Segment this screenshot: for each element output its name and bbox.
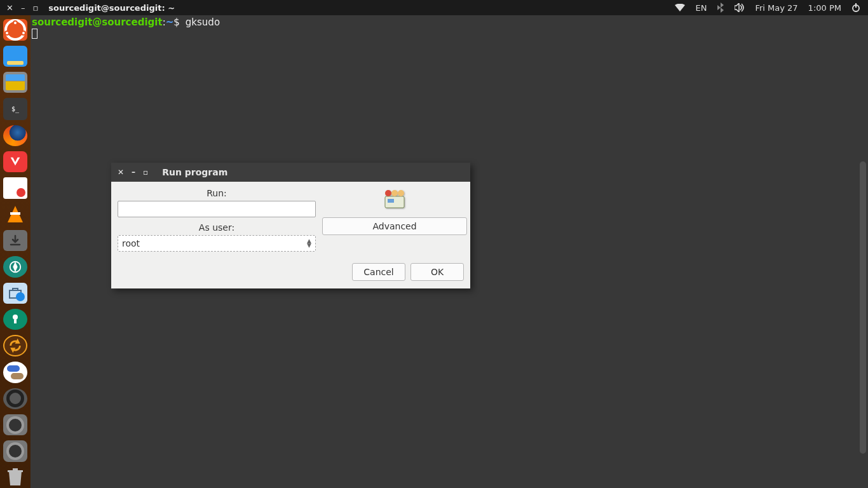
trash-icon[interactable]	[3, 467, 27, 488]
download-icon[interactable]	[3, 230, 27, 251]
disk2-icon[interactable]	[3, 440, 27, 461]
prompt-host: sourcedigit	[102, 17, 162, 28]
software-center-icon[interactable]	[3, 283, 27, 304]
bluetooth-icon[interactable]	[717, 3, 724, 13]
terminal-output: sourcedigit@sourcedigit:~$ gksudo	[31, 15, 868, 43]
system-tray: EN Fri May 27 1:00 PM	[675, 3, 868, 13]
dialog-app-icon	[381, 188, 409, 211]
svg-rect-5	[388, 199, 394, 203]
sync-icon[interactable]	[3, 335, 27, 356]
spinner-icon[interactable]: ▲▼	[307, 239, 311, 248]
as-user-select[interactable]: root ▲▼	[118, 235, 316, 252]
svg-point-7	[391, 190, 398, 196]
svg-point-8	[398, 190, 404, 196]
dialog-title: Run program	[162, 167, 227, 177]
files-icon[interactable]	[3, 46, 27, 67]
scrollbar[interactable]	[860, 161, 866, 454]
minimize-icon[interactable]: –	[21, 3, 25, 13]
launcher: $_	[0, 15, 31, 488]
dialog-titlebar[interactable]: ✕ – ▫ Run program	[111, 163, 470, 182]
svg-rect-1	[855, 3, 857, 8]
close-icon[interactable]: ✕	[6, 3, 13, 13]
window-title: sourcedigit@sourcedigit: ~	[48, 3, 175, 13]
window-controls: ✕ – ▫	[0, 3, 38, 13]
power-icon[interactable]	[851, 3, 860, 12]
disk-icon[interactable]	[3, 414, 27, 435]
vlc-icon[interactable]	[3, 204, 27, 225]
as-user-label: As user:	[199, 222, 234, 233]
notes-icon[interactable]	[3, 177, 27, 198]
system-tool-icon[interactable]	[3, 309, 27, 330]
advanced-button[interactable]: Advanced	[322, 217, 467, 235]
run-label: Run:	[207, 188, 227, 198]
prompt-path: ~	[166, 17, 174, 28]
ok-button[interactable]: OK	[410, 263, 464, 281]
dialog-close-icon[interactable]: ✕	[118, 168, 124, 177]
run-input[interactable]	[118, 201, 316, 217]
settings-icon[interactable]	[3, 388, 27, 409]
vivaldi-icon[interactable]	[3, 151, 27, 172]
terminal-icon[interactable]: $_	[3, 98, 27, 119]
dash-icon[interactable]	[3, 19, 27, 41]
volume-icon[interactable]	[735, 3, 745, 12]
file-manager-icon[interactable]	[3, 72, 27, 93]
tweaks-icon[interactable]	[3, 362, 27, 383]
as-user-value: root	[122, 238, 140, 248]
clock-time[interactable]: 1:00 PM	[808, 3, 841, 13]
top-panel: ✕ – ▫ sourcedigit@sourcedigit: ~ EN Fri …	[0, 0, 868, 15]
cancel-button[interactable]: Cancel	[352, 263, 405, 281]
screenshot-icon[interactable]	[3, 256, 27, 277]
svg-point-6	[385, 190, 391, 196]
svg-point-3	[13, 315, 18, 320]
dialog-maximize-icon[interactable]: ▫	[143, 168, 148, 177]
language-indicator[interactable]: EN	[695, 3, 707, 13]
prompt-at: @	[92, 17, 102, 28]
dialog-minimize-icon[interactable]: –	[132, 168, 135, 177]
run-program-dialog: ✕ – ▫ Run program Run: As user: root ▲▼	[111, 163, 470, 288]
prompt-dollar: $	[173, 17, 180, 28]
prompt-user: sourcedigit	[32, 17, 92, 28]
terminal-command: gksudo	[186, 17, 220, 28]
terminal-cursor	[32, 29, 37, 39]
firefox-icon[interactable]	[3, 125, 27, 146]
network-icon[interactable]	[675, 4, 685, 11]
maximize-icon[interactable]: ▫	[32, 3, 38, 13]
clock-date[interactable]: Fri May 27	[755, 3, 797, 13]
